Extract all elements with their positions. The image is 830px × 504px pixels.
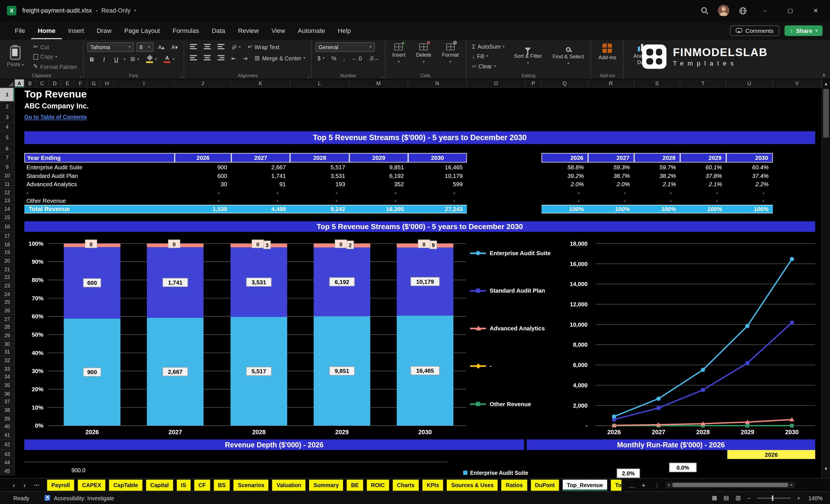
column-header-I[interactable]: I bbox=[114, 80, 175, 88]
orientation-button[interactable]: ab▾ bbox=[229, 43, 243, 51]
sheet-tab-kpis[interactable]: KPIs bbox=[422, 479, 443, 491]
row-header-18[interactable]: 18 bbox=[0, 240, 14, 249]
column-header-H[interactable]: H bbox=[101, 80, 114, 88]
row-header-34[interactable]: 34 bbox=[0, 373, 14, 381]
row-header-19[interactable]: 19 bbox=[0, 249, 14, 257]
sheet-tab-valuation[interactable]: Valuation bbox=[272, 479, 306, 491]
zoom-slider-thumb[interactable] bbox=[772, 495, 773, 501]
revenue-value-cell[interactable]: 5,517 bbox=[290, 162, 349, 171]
column-header-F[interactable]: F bbox=[74, 80, 87, 88]
accounting-format-button[interactable]: $ ▾ bbox=[316, 54, 327, 63]
scroll-right-arrow[interactable]: ▸ bbox=[788, 483, 795, 487]
font-size-select[interactable]: 8▾ bbox=[136, 42, 153, 52]
column-header-R[interactable]: R bbox=[588, 80, 634, 88]
add-sheet-button[interactable]: + bbox=[638, 481, 649, 489]
revenue-row-label[interactable]: Advanced Analytics bbox=[24, 180, 175, 189]
row-header-36[interactable]: 36 bbox=[0, 389, 14, 398]
sheet-tab-ratios[interactable]: Ratios bbox=[502, 479, 527, 491]
sheet-tab-capex[interactable]: CAPEX bbox=[78, 479, 105, 491]
revenue-value-cell[interactable]: 900 bbox=[175, 162, 231, 171]
revenue-row-label[interactable]: Standard Audit Plan bbox=[24, 171, 175, 180]
row-header-23[interactable]: 23 bbox=[0, 282, 14, 290]
row-header-4[interactable]: 4 bbox=[0, 123, 14, 131]
sort-filter-button[interactable]: Sort & Filter▾ bbox=[511, 42, 545, 70]
menu-tab-data[interactable]: Data bbox=[205, 22, 231, 39]
bold-button[interactable]: B bbox=[87, 55, 97, 63]
sheet-tab-scenarios[interactable]: Scenarios bbox=[234, 479, 269, 491]
company-name-cell[interactable]: ABC Company Inc. bbox=[24, 102, 89, 110]
row-header-26[interactable]: 26 bbox=[0, 307, 14, 315]
number-dialog-launcher[interactable]: ⌟ bbox=[381, 73, 383, 78]
year-header-pct-cell[interactable]: 2027 bbox=[588, 153, 634, 162]
row-header-1[interactable]: 1 bbox=[0, 88, 14, 101]
row-header-16[interactable]: 16 bbox=[0, 221, 14, 232]
year-header-cell[interactable]: 2026 bbox=[175, 153, 231, 162]
row-header-3[interactable]: 3 bbox=[0, 112, 14, 123]
scroll-up-arrow[interactable]: ▲ bbox=[822, 80, 830, 88]
sheet-tab-summary[interactable]: Summary bbox=[309, 479, 343, 491]
align-bottom-button[interactable] bbox=[215, 43, 226, 51]
sheet-tab-capital[interactable]: Capital bbox=[146, 479, 173, 491]
horizontal-scrollbar[interactable]: ◂ ▸ bbox=[665, 482, 795, 488]
zoom-in-button[interactable]: + bbox=[797, 495, 800, 501]
sheet-tab-charts[interactable]: Charts bbox=[393, 479, 419, 491]
revenue-row-label[interactable]: - bbox=[24, 189, 175, 196]
revenue-pct-cell[interactable]: - bbox=[541, 196, 588, 205]
revenue-value-cell[interactable]: 91 bbox=[231, 180, 290, 189]
revenue-pct-cell[interactable]: 58.8% bbox=[541, 162, 588, 171]
year-header-cell[interactable]: 2029 bbox=[350, 153, 408, 162]
increase-indent-button[interactable]: ⇥ bbox=[241, 54, 250, 62]
vscroll-thumb[interactable] bbox=[823, 89, 829, 137]
column-header-O[interactable]: O bbox=[467, 80, 525, 88]
total-value-cell[interactable]: 16,395 bbox=[350, 205, 408, 213]
revenue-value-cell[interactable]: 10,179 bbox=[408, 171, 467, 180]
zoom-level[interactable]: 140% bbox=[807, 495, 823, 501]
menu-tab-insert[interactable]: Insert bbox=[62, 22, 90, 39]
column-header-C[interactable]: C bbox=[36, 80, 49, 88]
align-left-button[interactable] bbox=[188, 54, 199, 62]
column-header-D[interactable]: D bbox=[49, 80, 61, 88]
menu-tab-help[interactable]: Help bbox=[331, 22, 357, 39]
page-break-view-button[interactable]: ▥ bbox=[735, 495, 741, 501]
revenue-value-cell[interactable]: - bbox=[408, 189, 467, 196]
column-header-Q[interactable]: Q bbox=[541, 80, 588, 88]
maximize-button[interactable]: ▢ bbox=[781, 3, 799, 19]
year-header-pct-cell[interactable]: 2029 bbox=[680, 153, 726, 162]
find-select-button[interactable]: Find & Select▾ bbox=[549, 42, 587, 70]
row-header-20[interactable]: 20 bbox=[0, 257, 14, 265]
column-header-U[interactable]: U bbox=[726, 80, 773, 88]
revenue-pct-cell[interactable]: 2.1% bbox=[680, 180, 726, 189]
revenue-pct-cell[interactable]: - bbox=[588, 196, 634, 205]
banner-revenue-depth[interactable]: Revenue Depth ($'000) - 2026 bbox=[24, 439, 524, 450]
menu-tab-home[interactable]: Home bbox=[31, 22, 62, 39]
sheet-nav-left-icon[interactable]: ‹ bbox=[8, 481, 20, 489]
revenue-value-cell[interactable]: - bbox=[175, 196, 231, 205]
merge-center-button[interactable]: ▥Merge & Center▾ bbox=[252, 54, 308, 62]
sheet-tab-cf[interactable]: CF bbox=[194, 479, 210, 491]
total-value-cell[interactable]: 1,530 bbox=[175, 205, 231, 213]
wrap-text-button[interactable]: ↵Wrap Text bbox=[246, 42, 281, 51]
revenue-pct-cell[interactable]: 60.1% bbox=[680, 162, 726, 171]
row-header-14[interactable]: 14 bbox=[0, 205, 14, 213]
clear-button[interactable]: ▱Clear▾ bbox=[470, 62, 507, 70]
underline-button[interactable]: U bbox=[111, 55, 121, 63]
sheet-tab-sources-uses[interactable]: Sources & Uses bbox=[447, 479, 498, 491]
row-header-31[interactable]: 31 bbox=[0, 348, 14, 356]
sheet-tab-to[interactable]: To bbox=[611, 479, 621, 491]
row-header-27[interactable]: 27 bbox=[0, 315, 14, 323]
accessibility-status[interactable]: ♿ Accessibility: Investigate bbox=[44, 495, 114, 501]
align-right-button[interactable] bbox=[215, 54, 226, 62]
zoom-out-button[interactable]: − bbox=[747, 495, 751, 501]
total-value-cell[interactable]: 9,242 bbox=[290, 205, 349, 213]
column-header-J[interactable]: J bbox=[175, 80, 231, 88]
revenue-pct-cell[interactable]: 39.2% bbox=[541, 171, 588, 180]
sheet-tab-dupont[interactable]: DuPont bbox=[531, 479, 559, 491]
total-value-cell[interactable]: 4,499 bbox=[231, 205, 290, 213]
format-cells-button[interactable]: ⚙ Format▾ bbox=[439, 42, 462, 65]
fill-button[interactable]: ↓Fill▾ bbox=[470, 52, 507, 60]
row-header-30[interactable]: 30 bbox=[0, 340, 14, 348]
italic-button[interactable]: I bbox=[99, 55, 109, 63]
close-button[interactable]: ✕ bbox=[807, 3, 825, 19]
column-header-V[interactable]: V bbox=[773, 80, 822, 88]
menu-tab-page-layout[interactable]: Page Layout bbox=[118, 22, 166, 39]
